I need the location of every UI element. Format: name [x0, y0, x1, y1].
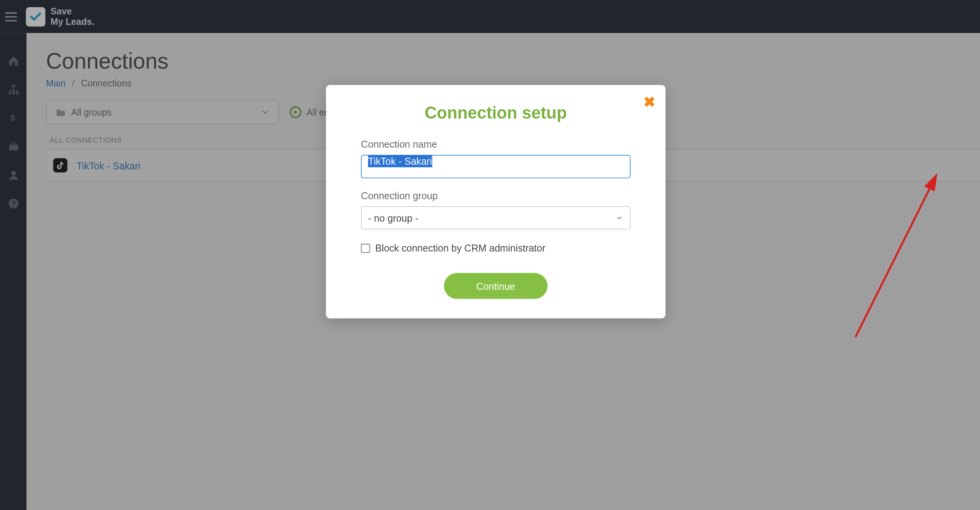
- connection-name-input[interactable]: TikTok - Sakari: [361, 155, 631, 178]
- block-connection-checkbox[interactable]: Block connection by CRM administrator: [361, 243, 631, 253]
- modal-title: Connection setup: [326, 103, 666, 123]
- label-connection-name: Connection name: [361, 139, 631, 150]
- chevron-down-icon: [616, 214, 623, 222]
- checkbox-icon: [361, 243, 370, 252]
- continue-button[interactable]: Continue: [444, 273, 548, 299]
- close-icon[interactable]: ✖: [643, 94, 655, 111]
- label-connection-group: Connection group: [361, 190, 631, 201]
- connection-setup-modal: ✖ Connection setup Connection name TikTo…: [326, 85, 666, 318]
- connection-group-select[interactable]: - no group -: [361, 206, 631, 229]
